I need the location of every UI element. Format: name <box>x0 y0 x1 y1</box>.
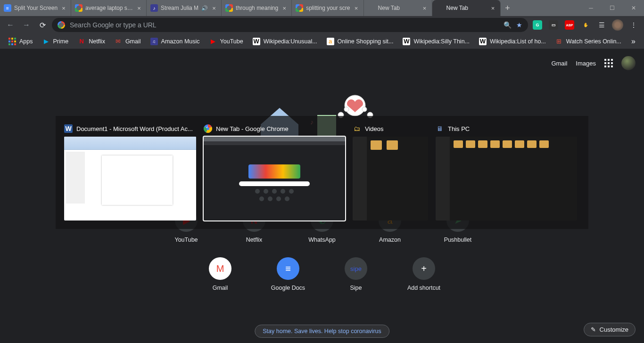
tab-title: splitting your scre <box>306 5 350 11</box>
maximize-button[interactable]: ☐ <box>602 0 623 16</box>
google-apps-icon[interactable] <box>604 59 613 67</box>
bookmark-apps[interactable]: Apps <box>5 36 37 47</box>
ext-grammarly[interactable]: G <box>531 18 544 32</box>
task-chrome[interactable]: New Tab - Google Chrome <box>204 124 345 220</box>
shortcut-label: Add shortcut <box>407 285 440 291</box>
close-icon[interactable]: × <box>60 5 67 11</box>
bookmark-wiki-silly[interactable]: WWikipedia:Silly Thin... <box>399 36 473 47</box>
word-icon: W <box>64 124 73 133</box>
close-icon[interactable]: × <box>211 5 217 11</box>
google-icon <box>75 4 83 12</box>
star-icon[interactable]: ★ <box>516 21 522 29</box>
close-icon[interactable]: × <box>490 5 496 11</box>
task-title: Document1 - Microsoft Word (Product Ac..… <box>76 125 193 132</box>
gmail-link[interactable]: Gmail <box>551 60 567 67</box>
bookmark-label: Apps <box>19 38 33 45</box>
task-switcher: WDocument1 - Microsoft Word (Product Ac.… <box>56 116 588 229</box>
covid-banner[interactable]: Stay home. Save lives. Help stop coronav… <box>255 325 389 338</box>
search-icon[interactable]: 🔍 <box>504 21 512 29</box>
omnibox-placeholder: Search Google or type a URL <box>70 21 157 29</box>
new-tab-button[interactable]: + <box>501 0 515 16</box>
close-icon[interactable]: × <box>353 5 360 11</box>
google-icon <box>296 4 303 12</box>
blank-icon <box>436 4 444 12</box>
tab-title: New Tab <box>446 5 487 11</box>
ext-other[interactable]: ✋ <box>579 18 592 32</box>
tab-title: Stream Julia M <box>161 5 198 11</box>
tab-2[interactable]: ♪ Stream Julia M 🔊 × <box>147 0 222 16</box>
svg-point-4 <box>344 107 349 112</box>
close-icon[interactable]: × <box>136 5 142 11</box>
bookmark-watch[interactable]: ⊞Watch Series Onlin... <box>552 36 625 47</box>
close-window-button[interactable]: ✕ <box>623 0 644 16</box>
bookmark-wiki-list[interactable]: WWikipedia:List of ho... <box>475 36 550 47</box>
tab-3[interactable]: through meaning × <box>222 0 292 16</box>
window-titlebar: ≡ Split Your Screen × average laptop scr… <box>0 0 644 16</box>
tab-6[interactable]: New Tab × <box>432 0 501 16</box>
tab-title: through meaning <box>236 5 278 11</box>
google-icon <box>225 4 233 12</box>
bookmark-label: Wikipedia:List of ho... <box>490 38 546 45</box>
bookmarks-overflow[interactable]: » <box>627 37 639 46</box>
shortcut-sipe[interactable]: sipeSipe <box>335 257 377 291</box>
tab-strip: ≡ Split Your Screen × average laptop scr… <box>0 0 580 16</box>
close-icon[interactable]: × <box>421 5 428 11</box>
shortcut-gmail[interactable]: MGmail <box>199 257 241 291</box>
reading-list-icon[interactable]: ☰ <box>595 18 608 32</box>
chrome-icon <box>204 124 212 133</box>
profile-avatar[interactable] <box>611 18 624 32</box>
bookmark-label: Wikipedia:Silly Thin... <box>413 38 470 45</box>
bookmark-label: Watch Series Onlin... <box>566 38 621 45</box>
bookmark-prime[interactable]: ▶Prime <box>39 36 73 47</box>
bookmarks-bar: Apps ▶Prime NNetflix ✉Gmail ♫Amazon Musi… <box>0 34 644 49</box>
bookmark-wiki-unusual[interactable]: WWikipedia:Unusual... <box>249 36 321 47</box>
ext-abp[interactable]: ABP <box>563 18 576 32</box>
bookmark-label: Online Shopping sit... <box>338 38 394 45</box>
amazon-music-icon: ♫ <box>150 38 158 45</box>
tab-0[interactable]: ≡ Split Your Screen × <box>0 0 71 16</box>
menu-button[interactable]: ⋮ <box>627 18 640 32</box>
account-avatar[interactable] <box>621 56 636 70</box>
shortcut-label: YouTube <box>174 237 198 243</box>
gmail-icon: ✉ <box>115 38 122 45</box>
wikipedia-icon: W <box>479 38 487 45</box>
close-icon[interactable]: × <box>281 5 288 11</box>
bookmark-amazon-music[interactable]: ♫Amazon Music <box>147 36 204 47</box>
blank-icon <box>368 4 375 12</box>
tab-5[interactable]: New Tab × <box>364 0 432 16</box>
back-button[interactable]: ← <box>4 18 17 32</box>
shortcut-label: Pushbullet <box>444 237 471 243</box>
bookmark-netflix[interactable]: NNetflix <box>74 36 109 47</box>
shortcut-google-docs[interactable]: ≡Google Docs <box>267 257 309 291</box>
shortcut-label: Google Docs <box>271 285 305 291</box>
tab-1[interactable]: average laptop scre × <box>71 0 147 16</box>
pencil-icon: ✎ <box>591 326 596 333</box>
tab-title: New Tab <box>378 5 419 11</box>
omnibox[interactable]: Search Google or type a URL 🔍 ★ <box>52 18 528 32</box>
task-videos[interactable]: 🗂Videos <box>353 124 428 220</box>
amazon-icon: a <box>327 38 334 45</box>
task-title: This PC <box>448 125 470 132</box>
bookmark-label: Prime <box>53 38 69 45</box>
soundcloud-icon: ♪ <box>150 4 158 12</box>
reload-button[interactable]: ⟳ <box>36 18 49 32</box>
audio-icon[interactable]: 🔊 <box>201 5 208 11</box>
customize-button[interactable]: ✎ Customize <box>584 323 636 336</box>
tab-4[interactable]: splitting your scre × <box>292 0 363 16</box>
bookmark-shopping[interactable]: aOnline Shopping sit... <box>323 36 397 47</box>
images-link[interactable]: Images <box>576 60 596 67</box>
bookmark-youtube[interactable]: ▶YouTube <box>206 36 247 47</box>
shortcut-label: Gmail <box>213 285 228 291</box>
task-thispc[interactable]: 🖥This PC <box>436 124 577 220</box>
bookmark-gmail[interactable]: ✉Gmail <box>111 36 145 47</box>
task-word[interactable]: WDocument1 - Microsoft Word (Product Ac.… <box>64 124 196 220</box>
task-thumbnail <box>436 137 577 220</box>
minimize-button[interactable]: ─ <box>580 0 602 16</box>
explorer-icon: 🗂 <box>353 124 361 133</box>
netflix-icon: N <box>78 38 85 45</box>
shortcut-add[interactable]: +Add shortcut <box>403 257 445 291</box>
bookmark-label: Wikipedia:Unusual... <box>264 38 317 45</box>
ext-reader[interactable]: ▭ <box>547 18 560 32</box>
ntp-header: Gmail Images <box>551 56 636 70</box>
forward-button[interactable]: → <box>20 18 33 32</box>
